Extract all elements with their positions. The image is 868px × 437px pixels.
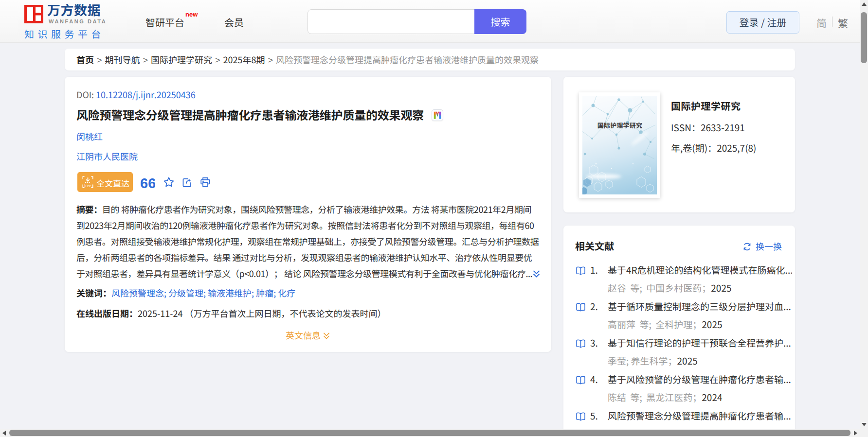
svg-text:free: free	[84, 183, 91, 188]
svg-text:国际护理学研究: 国际护理学研究	[597, 121, 642, 130]
svg-text:66: 66	[141, 176, 155, 189]
